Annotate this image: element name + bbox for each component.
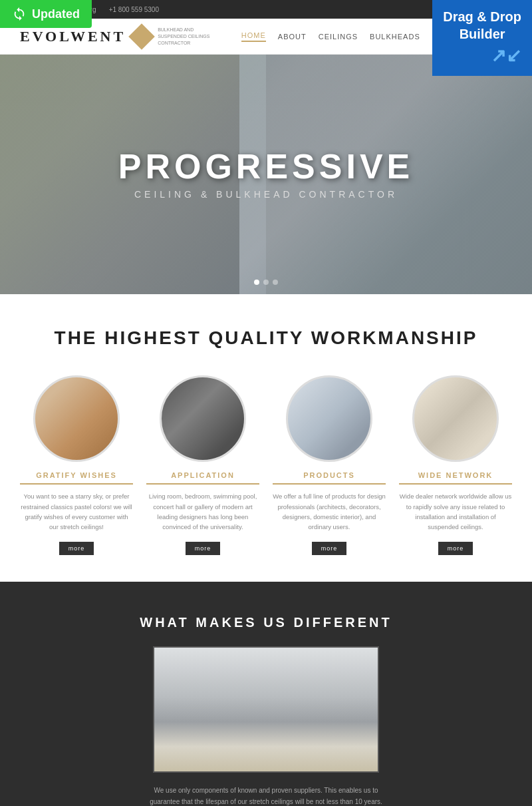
hero-title: PROGRESSIVE (118, 149, 414, 184)
card-title-gratify: GRATIFY WISHES (20, 471, 133, 485)
dark-text: We use only components of known and prov… (150, 785, 382, 806)
dark-img-boat (154, 648, 378, 771)
hero-inner: PROGRESSIVE CEILING & BULKHEAD CONTRACTO… (118, 149, 414, 200)
updated-label: Updated (32, 7, 80, 21)
dnd-badge: Drag & Drop Builder ↗↙ (432, 0, 532, 76)
dark-title: WHAT MAKES US DIFFERENT (20, 615, 512, 630)
card-text-network: Wide dealer network worldwide allow us t… (399, 491, 512, 532)
dark-section: WHAT MAKES US DIFFERENT We use only comp… (0, 582, 532, 806)
card-img-products (286, 375, 372, 462)
card-img-gratify (33, 375, 120, 462)
card-btn-network[interactable]: more (438, 542, 473, 555)
hero-section: PROGRESSIVE CEILING & BULKHEAD CONTRACTO… (0, 55, 532, 294)
card-products: PRODUCTS We offer a full line of product… (273, 375, 386, 555)
nav-bulkheads[interactable]: BULKHEADS (370, 33, 420, 41)
card-title-application: APPLICATION (146, 471, 259, 485)
arrows-icon: ↗↙ (443, 44, 521, 68)
card-gratify: GRATIFY WISHES You want to see a starry … (20, 375, 133, 555)
dnd-line1: Drag & Drop (443, 9, 521, 24)
logo-diamond (128, 23, 155, 50)
card-title-products: PRODUCTS (273, 471, 386, 485)
card-text-products: We offer a full line of products for des… (273, 491, 386, 532)
quality-title: THE HIGHEST QUALITY WORKMANSHIP (20, 327, 512, 349)
card-btn-products[interactable]: more (312, 542, 347, 555)
hero-dot-1[interactable] (254, 280, 259, 285)
hero-dot-3[interactable] (273, 280, 278, 285)
card-text-application: Living room, bedroom, swimming pool, con… (146, 491, 259, 532)
nav-ceilings[interactable]: CEILINGS (319, 33, 358, 41)
dnd-line2: Builder (460, 27, 505, 41)
cards-row: GRATIFY WISHES You want to see a starry … (20, 375, 512, 555)
hero-subtitle: CEILING & BULKHEAD CONTRACTOR (118, 189, 414, 200)
dark-image (153, 646, 379, 773)
nav-home[interactable]: HOME (241, 31, 266, 42)
hero-dots (254, 280, 278, 285)
card-btn-application[interactable]: more (186, 542, 221, 555)
logo-sub: BULKHEAD AND SUSPENDED CEILINGS CONTRACT… (158, 27, 217, 46)
card-text-gratify: You want to see a starry sky, or prefer … (20, 491, 133, 532)
quality-section: THE HIGHEST QUALITY WORKMANSHIP GRATIFY … (0, 294, 532, 582)
card-img-network (412, 375, 499, 462)
card-btn-gratify[interactable]: more (59, 542, 94, 555)
hero-dot-2[interactable] (263, 280, 269, 285)
card-network: WIDE NETWORK Wide dealer network worldwi… (399, 375, 512, 555)
nav-about[interactable]: ABOUT (278, 33, 307, 41)
card-title-network: WIDE NETWORK (399, 471, 512, 485)
updated-badge: Updated (0, 0, 92, 28)
phone2-link[interactable]: +1 800 559 5300 (109, 6, 159, 13)
card-application: APPLICATION Living room, bedroom, swimmi… (146, 375, 259, 555)
card-img-application (160, 375, 246, 462)
logo-text: EVOLWENT (20, 28, 126, 45)
logo-area: EVOLWENT BULKHEAD AND SUSPENDED CEILINGS… (20, 27, 217, 46)
sync-icon (12, 7, 27, 21)
